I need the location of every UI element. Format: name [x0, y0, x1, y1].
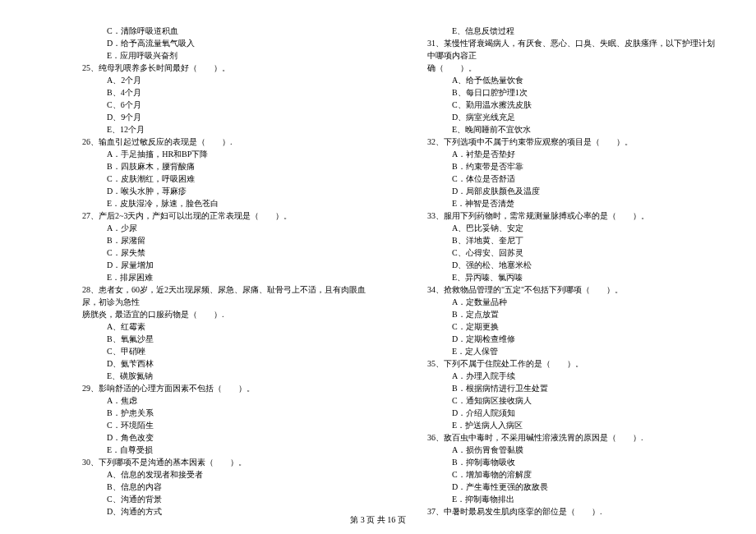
answer-option: C、沟通的背景	[82, 493, 370, 505]
answer-option: E．应用呼吸兴奋剂	[82, 49, 370, 62]
question-text: 29、影响舒适的心理方面因素不包括（ ）。	[82, 382, 370, 394]
answer-option: E．皮肤湿冷，脉速，脸色苍白	[82, 197, 370, 209]
answer-option: B．抑制毒物吸收	[427, 456, 715, 468]
answer-option: A．办理入院手续	[427, 370, 715, 382]
answer-option: D．给予高流量氧气吸入	[82, 37, 370, 49]
answer-option: E、晚间睡前不宜饮水	[427, 123, 715, 136]
answer-option: D．尿量增加	[82, 259, 370, 271]
question-text: 25、纯母乳喂养多长时间最好（ ）。	[82, 62, 370, 74]
answer-option: E、12个月	[82, 123, 370, 136]
answer-option: D、病室光线充足	[427, 111, 715, 123]
answer-option: D．角色改变	[82, 431, 370, 444]
answer-option: C．定期更换	[427, 320, 715, 333]
answer-option: B．尿潴留	[82, 234, 370, 246]
answer-option: B、4个月	[82, 86, 370, 99]
answer-option: A、信息的发现者和接受者	[82, 468, 370, 481]
answer-option: A．损伤胃食管黏膜	[427, 444, 715, 456]
answer-option: E．抑制毒物排出	[427, 493, 715, 505]
answer-option: C．尿失禁	[82, 246, 370, 259]
question-text: 35、下列不属于住院处工作的是（ ）。	[427, 357, 715, 370]
question-text: 膀胱炎，最适宜的口服药物是（ ）.	[82, 308, 370, 320]
answer-option: B．约束带是否牢靠	[427, 160, 715, 173]
answer-option: D．产生毒性更强的敌敌畏	[427, 481, 715, 493]
answer-option: D．局部皮肤颜色及温度	[427, 185, 715, 197]
right-column: E、信息反馈过程31、某慢性肾衰竭病人，有厌食、恶心、口臭、失眠、皮肤瘙痒，以下…	[427, 25, 715, 518]
answer-option: D、强的松、地塞米松	[427, 259, 715, 271]
answer-option: B．护患关系	[82, 407, 370, 419]
answer-option: A．定数量品种	[427, 296, 715, 308]
answer-option: E．定人保管	[427, 345, 715, 357]
answer-option: C．清除呼吸道积血	[82, 25, 370, 37]
answer-option: B．定点放置	[427, 308, 715, 320]
question-text: 26、输血引起过敏反应的表现是（ ）.	[82, 136, 370, 148]
answer-option: A、2个月	[82, 74, 370, 86]
question-text: 28、患者女，60岁，近2天出现尿频、尿急、尿痛、耻骨弓上不适，且有肉眼血尿，初…	[82, 283, 370, 308]
answer-option: B．根据病情进行卫生处置	[427, 382, 715, 394]
question-text: 31、某慢性肾衰竭病人，有厌食、恶心、口臭、失眠、皮肤瘙痒，以下护理计划中哪项内…	[427, 37, 715, 62]
question-text: 36、敌百虫中毒时，不采用碱性溶液洗胃的原因是（ ）.	[427, 431, 715, 444]
answer-option: D．喉头水肿，荨麻疹	[82, 185, 370, 197]
answer-option: D、9个月	[82, 111, 370, 123]
answer-option: E．自尊受损	[82, 444, 370, 456]
answer-option: D．定期检查维修	[427, 333, 715, 345]
answer-option: B．四肢麻木，腰背酸痛	[82, 160, 370, 173]
answer-option: C、勤用温水擦洗皮肤	[427, 99, 715, 111]
question-text: 33、服用下列药物时，需常规测量脉搏或心率的是（ ）。	[427, 209, 715, 222]
answer-option: E．排尿困难	[82, 271, 370, 283]
answer-option: B、信息的内容	[82, 481, 370, 493]
page-footer: 第 3 页 共 16 页	[0, 514, 756, 526]
answer-option: C、6个月	[82, 99, 370, 111]
answer-option: E．神智是否清楚	[427, 197, 715, 209]
answer-option: E、磺胺氮钠	[82, 370, 370, 382]
answer-option: A．手足抽搐，HR和BP下降	[82, 148, 370, 160]
answer-option: E、信息反馈过程	[427, 25, 715, 37]
answer-option: C、心得安、回苏灵	[427, 246, 715, 259]
answer-option: D．介绍人院须知	[427, 407, 715, 419]
answer-option: A、红霉素	[82, 320, 370, 333]
question-text: 32、下列选项中不属于约束带应观察的项目是（ ）。	[427, 136, 715, 148]
answer-option: E、异丙嗪、氯丙嗪	[427, 271, 715, 283]
answer-option: B、洋地黄、奎尼丁	[427, 234, 715, 246]
page-content: C．清除呼吸道积血D．给予高流量氧气吸入E．应用呼吸兴奋剂25、纯母乳喂养多长时…	[0, 0, 756, 530]
answer-option: A．衬垫是否垫好	[427, 148, 715, 160]
answer-option: C．环境陌生	[82, 419, 370, 431]
answer-option: D、氨苄西林	[82, 357, 370, 370]
answer-option: B、每日口腔护理1次	[427, 86, 715, 99]
answer-option: C．增加毒物的溶解度	[427, 468, 715, 481]
question-text: 30、下列哪项不是沟通的基本因素（ ）。	[82, 456, 370, 468]
answer-option: C．皮肤潮红，呼吸困难	[82, 173, 370, 185]
answer-option: A、巴比妥钠、安定	[427, 222, 715, 234]
answer-option: E．护送病人入病区	[427, 419, 715, 431]
answer-option: C．体位是否舒适	[427, 173, 715, 185]
answer-option: A．焦虑	[82, 394, 370, 407]
answer-option: B、氧氟沙星	[82, 333, 370, 345]
answer-option: C．通知病区接收病人	[427, 394, 715, 407]
question-text: 34、抢救物品管理的"五定"不包括下列哪项（ ）。	[427, 283, 715, 296]
answer-option: A、给予低热量饮食	[427, 74, 715, 86]
question-text: 27、产后2~3天内，产妇可以出现的正常表现是（ ）。	[82, 209, 370, 222]
question-text: 确（ ）。	[427, 62, 715, 74]
answer-option: C、甲硝唑	[82, 345, 370, 357]
answer-option: A．少尿	[82, 222, 370, 234]
left-column: C．清除呼吸道积血D．给予高流量氧气吸入E．应用呼吸兴奋剂25、纯母乳喂养多长时…	[82, 25, 370, 518]
